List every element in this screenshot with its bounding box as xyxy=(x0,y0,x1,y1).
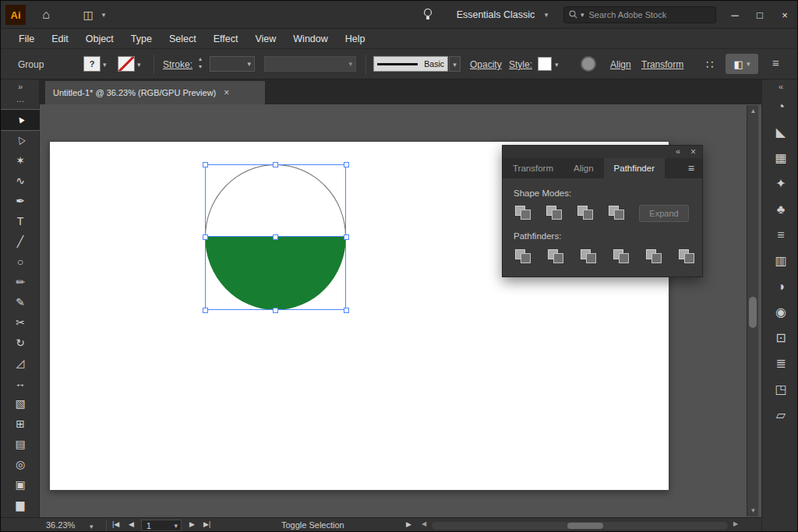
magic-wand-tool[interactable]: ✶ xyxy=(1,150,40,171)
prev-artboard-icon[interactable]: ◀ xyxy=(129,520,134,528)
fill-swatch[interactable]: ? xyxy=(83,56,101,72)
color-guide-panel-icon[interactable]: ◣ xyxy=(762,119,798,145)
align-link[interactable]: Align xyxy=(610,59,631,70)
menu-window[interactable]: Window xyxy=(284,29,336,49)
color-panel-icon[interactable]: ◔ xyxy=(762,93,798,119)
transparency-panel-icon[interactable]: ◑ xyxy=(762,273,798,299)
minimize-button[interactable]: ─ xyxy=(722,1,747,29)
brush-caret-button[interactable]: ▾ xyxy=(449,56,461,72)
panel-close-icon[interactable]: × xyxy=(690,146,696,157)
layers-panel-icon[interactable]: ≣ xyxy=(762,351,798,376)
line-tool[interactable]: ╱ xyxy=(1,231,40,252)
blend-tool[interactable]: ◎ xyxy=(1,454,40,474)
scroll-up-icon[interactable]: ▲ xyxy=(747,107,759,115)
unite-icon[interactable] xyxy=(514,203,534,222)
rotate-tool[interactable]: ↻ xyxy=(1,333,40,353)
vertical-scrollbar[interactable]: ▲ ▼ xyxy=(747,105,758,516)
panel-collapse-icon[interactable]: « xyxy=(676,146,680,156)
transform-link[interactable]: Transform xyxy=(641,59,683,70)
scroll-down-icon[interactable]: ▼ xyxy=(747,507,759,514)
selection-handle[interactable] xyxy=(344,308,349,313)
artboards-panel-icon[interactable]: ◳ xyxy=(762,376,798,402)
zoom-level[interactable]: 36.23% xyxy=(46,520,75,530)
artboard-number-field[interactable]: ▾ xyxy=(141,520,182,531)
tab-pathfinder[interactable]: Pathfinder xyxy=(604,158,665,178)
brush-definition-dropdown[interactable]: Basic xyxy=(373,56,448,72)
hscroll-left-icon[interactable]: ◀ xyxy=(422,520,426,527)
exclude-icon[interactable] xyxy=(607,203,627,222)
symbols-panel-icon[interactable]: ♣ xyxy=(762,196,798,222)
horizontal-scroll-thumb[interactable] xyxy=(567,523,603,529)
asset-export-panel-icon[interactable]: ▱ xyxy=(762,402,798,428)
intersect-icon[interactable] xyxy=(576,203,596,222)
type-tool[interactable]: T xyxy=(1,211,40,231)
first-artboard-icon[interactable]: |◀ xyxy=(112,520,119,528)
stroke-caret-icon[interactable]: ▾ xyxy=(137,61,141,69)
fill-caret-icon[interactable]: ▾ xyxy=(103,61,107,69)
scale-tool[interactable]: ◿ xyxy=(1,353,40,373)
swatches-panel-icon[interactable]: ▦ xyxy=(762,145,798,171)
maximize-button[interactable]: □ xyxy=(747,1,772,29)
selection-handle[interactable] xyxy=(273,308,278,313)
graphic-styles-panel-icon[interactable]: ⊡ xyxy=(762,325,798,351)
menu-file[interactable]: File xyxy=(10,29,43,49)
stroke-panel-link[interactable]: Stroke: xyxy=(163,59,192,70)
stroke-width-dropdown[interactable]: ▾ xyxy=(210,56,255,72)
crop-icon[interactable] xyxy=(612,247,632,266)
control-menu-icon[interactable]: ≡ xyxy=(772,56,779,69)
minus-front-icon[interactable] xyxy=(545,203,565,222)
workspace-menu[interactable]: Essentials Classic xyxy=(453,1,538,29)
minus-back-icon[interactable] xyxy=(677,247,697,266)
width-profile-dropdown[interactable]: ▾ xyxy=(264,56,356,72)
selection-tool[interactable]: ► xyxy=(1,110,40,130)
toolbar-expand-icon[interactable]: » xyxy=(1,79,40,93)
panel-arrangement-button[interactable]: ◧ ▾ xyxy=(726,54,758,74)
stroke-panel-icon[interactable]: ≡ xyxy=(762,222,798,248)
discover-icon[interactable] xyxy=(418,1,437,29)
menu-object[interactable]: Object xyxy=(77,29,122,49)
panel-menu-icon[interactable]: ≡ xyxy=(688,162,694,174)
outline-icon[interactable] xyxy=(644,247,665,266)
search-input[interactable] xyxy=(588,9,697,20)
opacity-link[interactable]: Opacity xyxy=(470,59,502,70)
selection-handle[interactable] xyxy=(344,162,349,167)
grid-view-icon[interactable]: ∷ xyxy=(706,58,714,72)
edit-toolbar-icon[interactable]: … xyxy=(1,93,40,104)
pen-tool[interactable]: ✒ xyxy=(1,191,40,211)
appearance-panel-icon[interactable]: ◉ xyxy=(762,299,798,325)
artboard-number-input[interactable] xyxy=(145,520,165,531)
lasso-tool[interactable]: ∿ xyxy=(1,171,40,191)
stroke-width-stepper[interactable]: ▴ ▾ xyxy=(199,55,202,71)
column-graph-tool[interactable]: ▆ xyxy=(1,495,40,515)
workspace-switcher-caret-icon[interactable]: ▾ xyxy=(99,1,108,29)
merge-icon[interactable] xyxy=(579,247,599,266)
expand-button[interactable]: Expand xyxy=(639,205,689,222)
pencil-tool[interactable]: ✎ xyxy=(1,292,40,312)
paintbrush-tool[interactable]: ✏ xyxy=(1,272,40,292)
recolor-artwork-icon[interactable] xyxy=(581,56,596,72)
brushes-panel-icon[interactable]: ✦ xyxy=(762,171,798,196)
tab-align[interactable]: Align xyxy=(563,158,604,178)
horizontal-scrollbar[interactable] xyxy=(432,522,728,530)
menu-effect[interactable]: Effect xyxy=(205,29,247,49)
divide-icon[interactable] xyxy=(514,247,534,266)
gradient-tool[interactable]: ▤ xyxy=(1,434,40,454)
selection-handle[interactable] xyxy=(344,234,349,240)
gradient-panel-icon[interactable]: ▥ xyxy=(762,248,798,273)
last-artboard-icon[interactable]: ▶| xyxy=(203,520,210,528)
ellipse-tool[interactable]: ○ xyxy=(1,252,40,272)
home-icon[interactable]: ⌂ xyxy=(35,1,57,29)
dock-collapse-icon[interactable]: « xyxy=(762,79,798,93)
stepper-down-icon[interactable]: ▾ xyxy=(199,63,202,71)
width-tool[interactable]: ↔ xyxy=(1,373,40,393)
selection-handle[interactable] xyxy=(273,234,278,240)
close-button[interactable]: × xyxy=(772,1,797,29)
style-caret-icon[interactable]: ▾ xyxy=(555,61,559,69)
menu-type[interactable]: Type xyxy=(122,29,161,49)
stepper-up-icon[interactable]: ▴ xyxy=(199,55,202,63)
search-scope-caret-icon[interactable]: ▾ xyxy=(581,11,584,19)
menu-view[interactable]: View xyxy=(246,29,284,49)
tab-transform[interactable]: Transform xyxy=(503,158,563,178)
style-swatch[interactable] xyxy=(538,57,552,71)
artboard-tool[interactable]: ▣ xyxy=(1,474,40,495)
